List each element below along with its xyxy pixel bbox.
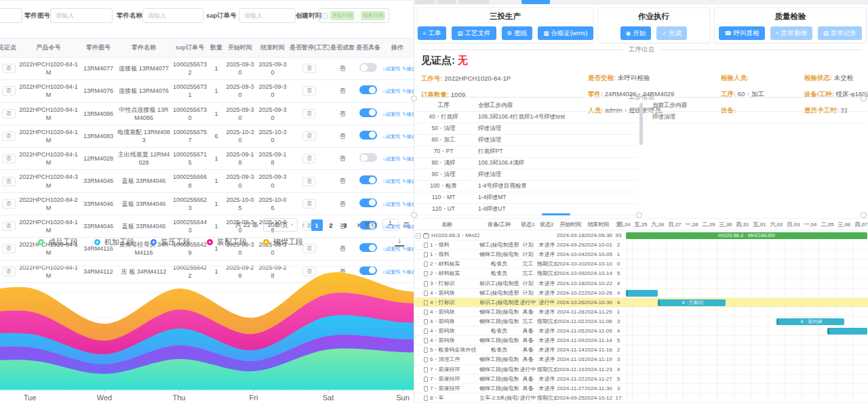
page-button[interactable]: 3 (340, 219, 351, 231)
checkbox-icon[interactable] (322, 13, 328, 19)
witness-tag[interactable]: 否 (2, 109, 16, 119)
modify-record-link[interactable]: ✎修改记录 (402, 111, 414, 117)
witness-tag[interactable]: 否 (2, 199, 16, 209)
part-name-input[interactable] (142, 8, 203, 23)
ready-toggle[interactable] (359, 153, 377, 162)
legend-item[interactable]: 成品工段 (38, 237, 78, 247)
tab-stub[interactable] (458, 0, 489, 4)
set-check-link[interactable]: ⌂成套性 (382, 66, 401, 72)
pause-tag[interactable]: 否 (302, 177, 316, 186)
goto-page-input[interactable]: 1 (382, 219, 399, 231)
gantt-row[interactable]: 4・装钨块检查员具备未进序2024-11-052024-11-094 (414, 326, 868, 336)
工艺文件-button[interactable]: ▤工艺文件 (452, 26, 496, 40)
date-range-picker[interactable]: 开始日期 - 结束日期 (319, 8, 389, 23)
set-check-link[interactable]: ⌂成套性 (382, 88, 401, 94)
gantt-row[interactable]: 5・检查钨金块外径检查员具备未进序2024-11-142024-11-162 (414, 345, 868, 355)
modify-record-link[interactable]: ✎修改记录 (402, 133, 414, 140)
gantt-row[interactable]: 6・清理工件铆焊工段(核电制造部)具备未进序2024-11-162024-11-… (414, 355, 868, 364)
gantt-bar[interactable]: H1020-66-3・MHZ2AE300 (626, 232, 867, 239)
合格证(wms)-button[interactable]: ▦合格证(wms) (538, 26, 593, 40)
set-check-link[interactable]: ⌂成套性 (382, 246, 401, 252)
page-button[interactable]: 2 (326, 219, 337, 231)
gantt-row[interactable]: 7・装保持环铆焊工段(核电制造部)具备未进序2024-11-272024-11-… (414, 384, 868, 394)
set-check-link[interactable]: ⌂成套性 (382, 133, 401, 140)
gantt-row[interactable]: 2・材料核实检查员完工拖期完成2024-10-092024-10-145 (414, 269, 868, 278)
witness-tag[interactable]: 否 (2, 131, 16, 141)
set-check-link[interactable]: ⌂成套性 (382, 156, 401, 162)
ready-toggle[interactable] (359, 175, 377, 184)
modify-record-link[interactable]: ✎修改记录 (402, 201, 414, 207)
resize-handle[interactable] (411, 96, 417, 102)
witness-tag[interactable]: 否 (2, 177, 16, 186)
ready-toggle[interactable] (359, 108, 377, 117)
工单-button[interactable]: ≡工单 (418, 26, 447, 40)
legend-item[interactable]: 铆焊工段 (263, 237, 303, 247)
gantt-bar[interactable] (626, 290, 658, 297)
legend-item[interactable]: 装配工段 (207, 237, 247, 247)
gantt-row[interactable]: 1・领料铆焊工段(核电制造部)计划未进序2024-10-042024-10-05… (414, 250, 868, 259)
pause-tag[interactable]: 否 (302, 64, 316, 73)
step-row[interactable]: 80・满焊106.3和106.4满焊 (414, 158, 638, 169)
prev-page-button[interactable]: ‹ (302, 220, 305, 230)
part-drawing-input[interactable] (50, 8, 113, 23)
pause-tag[interactable]: 否 (302, 154, 316, 163)
gantt-row[interactable]: 4・打标识标识工(核电制造部)进行中进行中2024-10-262024-10-3… (414, 298, 868, 307)
vertical-scrollbar[interactable] (639, 103, 643, 145)
start-date-field[interactable]: 开始日期 (330, 11, 355, 20)
witness-tag[interactable]: 否 (2, 86, 16, 96)
step-row[interactable]: 50・清理焊缝清理 (414, 123, 638, 135)
gantt-bar[interactable] (827, 328, 867, 335)
witness-tag[interactable]: 否 (2, 64, 16, 73)
next-page-button[interactable]: › (357, 220, 360, 230)
collapse-icon[interactable]: − (416, 233, 421, 238)
tab-active[interactable] (521, 0, 550, 4)
page-size-select[interactable]: 10条/页 ▾ (263, 218, 297, 232)
step-row[interactable]: 60・加工焊缝清理 (414, 135, 638, 146)
gantt-row[interactable]: 4・装钨块铆焊工段(核电制造部)具备未进序2024-11-092024-11-1… (414, 336, 868, 345)
step-row[interactable]: 120・UT1-4焊缝UT (414, 204, 638, 215)
resize-handle[interactable] (411, 212, 417, 218)
resize-handle[interactable] (636, 212, 642, 218)
step-row[interactable]: 40・打底焊106.3和106.4打底焊1-4号焊缝test (414, 112, 638, 123)
图纸-button[interactable]: ⚙图纸 (502, 26, 533, 40)
gantt-row[interactable]: 7・装保持环铆焊工段(核电制造部)进行中按期完成2024-11-192024-1… (414, 365, 868, 375)
search-input-cut[interactable] (0, 8, 22, 23)
ready-toggle[interactable] (359, 63, 377, 72)
完成-button[interactable]: ✓完成 (656, 26, 687, 40)
gantt-row[interactable]: 2・材料核实检查员完工拖期完成2024-10-102024-10-100 (414, 259, 868, 269)
modify-record-link[interactable]: ✎修改记录 (402, 88, 414, 94)
step-row[interactable]: 100・检查1-4号焊缝目视检查 (414, 181, 638, 192)
呼叫质检-button[interactable]: ☎呼叫质检 (719, 26, 765, 40)
gantt-row[interactable]: 8・车立车-2.5米(核电制造部)进行中按期完成2024-09-252024-1… (414, 394, 868, 403)
legend-item[interactable]: 机加工段 (94, 237, 134, 247)
sap-order-input[interactable] (239, 8, 296, 23)
modify-record-link[interactable]: ✎修改记录 (402, 246, 414, 252)
resize-handle[interactable] (861, 212, 867, 218)
异常记录-button[interactable]: ▤异常记录 (818, 26, 862, 40)
gantt-row[interactable]: 7・装保持环铆焊工段(核电制造部)具备未进序2024-11-222024-11-… (414, 375, 868, 384)
异常新增-button[interactable]: +异常新增 (770, 26, 812, 40)
gantt-bar[interactable]: 4・打标识 (658, 299, 726, 306)
witness-tag[interactable]: 否 (2, 154, 16, 163)
page-button[interactable]: 1 (311, 219, 323, 231)
ready-toggle[interactable] (359, 85, 377, 94)
pause-tag[interactable]: 否 (302, 86, 316, 96)
horizontal-scrollbar[interactable] (542, 213, 570, 215)
gantt-bar[interactable]: 4・装钨块 (776, 318, 844, 325)
ready-toggle[interactable] (359, 243, 377, 252)
gantt-row[interactable]: 3・打标识标识工(核电制造部)计划未进序2024-10-182024-10-22… (414, 279, 868, 289)
modify-record-link[interactable]: ✎修改记录 (402, 66, 414, 72)
开始-button[interactable]: ◉开始 (620, 26, 651, 40)
end-date-field[interactable]: 结束日期 (361, 11, 385, 20)
set-check-link[interactable]: ⌂成套性 (382, 111, 401, 117)
gantt-row[interactable]: 4・装钨块铆焊工段(核电制造部)具备未进序2024-11-282024-11-2… (414, 307, 868, 317)
ready-toggle[interactable] (359, 198, 377, 207)
step-row[interactable]: 70・PT打底焊PT (414, 146, 638, 158)
pause-tag[interactable]: 否 (302, 109, 316, 119)
set-check-link[interactable]: ⌂成套性 (382, 201, 401, 207)
resize-handle[interactable] (861, 96, 867, 102)
tab-stub[interactable] (437, 0, 456, 4)
pause-tag[interactable]: 否 (302, 199, 316, 209)
legend-item[interactable]: 装压工段 (151, 237, 191, 247)
modify-record-link[interactable]: ✎修改记录 (402, 178, 414, 184)
